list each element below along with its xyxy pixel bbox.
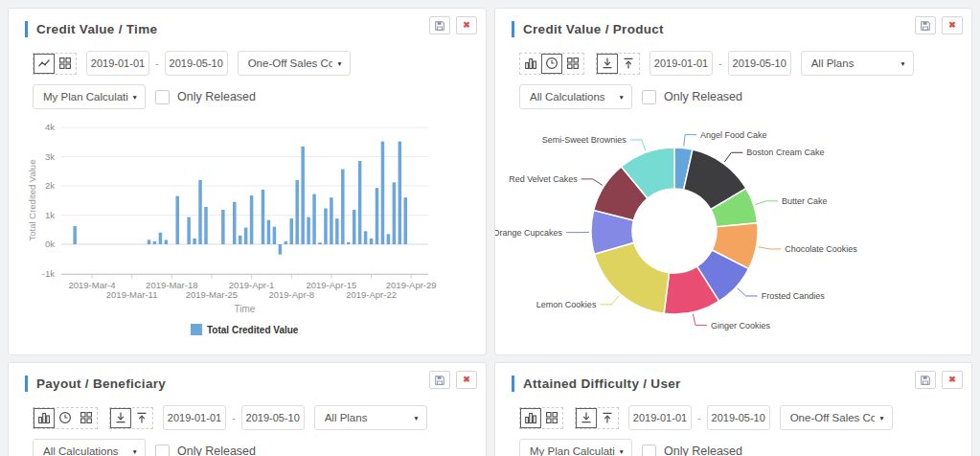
- close-button[interactable]: ✖: [456, 16, 477, 34]
- download-icon[interactable]: [597, 54, 618, 74]
- chart-type-toggle-group: [519, 53, 640, 75]
- svg-text:Time: Time: [235, 304, 256, 314]
- toolbar-row-1: - One-Off Sales Cont▼: [495, 396, 971, 430]
- close-icon: ✖: [948, 376, 956, 384]
- svg-text:2k: 2k: [45, 180, 55, 191]
- svg-text:Red Velvet Cakes: Red Velvet Cakes: [509, 174, 578, 184]
- checkbox-box[interactable]: [155, 445, 170, 456]
- chevron-down-icon: ▼: [900, 60, 905, 67]
- svg-text:Total Credited Value: Total Credited Value: [27, 160, 37, 241]
- toggle-group: [596, 53, 640, 75]
- accent-bar: [25, 21, 28, 37]
- grid-icon[interactable]: [55, 54, 76, 74]
- close-icon: ✖: [948, 21, 956, 30]
- toolbar-row-1: - All Plans▼: [9, 396, 486, 430]
- date-from-input[interactable]: [650, 51, 713, 76]
- plan-select[interactable]: All Plans▼: [314, 405, 427, 430]
- toggle-group: [33, 53, 77, 75]
- panel-header: Credit Value / Time: [9, 9, 486, 41]
- checkbox-box[interactable]: [642, 445, 656, 456]
- checkbox-label: Only Released: [177, 90, 256, 103]
- grid-icon[interactable]: [76, 408, 97, 428]
- svg-text:Total Credited Value: Total Credited Value: [207, 325, 299, 335]
- panel-title: Credit Value / Product: [523, 22, 664, 36]
- only-released-checkbox[interactable]: Only Released: [155, 90, 256, 104]
- save-button[interactable]: [915, 16, 936, 34]
- grid-icon[interactable]: [541, 408, 562, 428]
- save-button[interactable]: [915, 371, 936, 389]
- panel-title: Credit Value / Time: [36, 22, 157, 36]
- bar-chart[interactable]: -1k0k1k2k3k4kTotal Credited Value2019-Ma…: [9, 109, 486, 355]
- svg-text:-1k: -1k: [42, 268, 55, 279]
- chevron-down-icon: ▼: [619, 94, 625, 101]
- date-separator: -: [155, 57, 159, 69]
- accent-bar: [25, 376, 28, 392]
- checkbox-label: Only Released: [177, 445, 256, 456]
- svg-text:3k: 3k: [45, 151, 55, 162]
- only-released-checkbox[interactable]: Only Released: [642, 90, 742, 104]
- plan-select[interactable]: One-Off Sales Cont▼: [780, 405, 893, 430]
- svg-text:4k: 4k: [45, 122, 55, 132]
- download-icon[interactable]: [110, 408, 131, 428]
- date-to-input[interactable]: [707, 405, 770, 430]
- date-to-input[interactable]: [728, 51, 791, 76]
- floppy-icon: [434, 20, 445, 32]
- donut-chart[interactable]: Angel Food CakeBoston Cream CakeButter C…: [495, 109, 971, 355]
- upload-icon[interactable]: [131, 408, 152, 428]
- toggle-group: [519, 407, 563, 429]
- toolbar-row-2: All Calculations▼ Only Released: [9, 430, 486, 456]
- chart-type-toggle-group: [33, 53, 77, 75]
- toggle-group: [33, 407, 98, 429]
- date-to-input[interactable]: [241, 405, 305, 430]
- close-button[interactable]: ✖: [456, 371, 477, 389]
- bar-chart-icon[interactable]: [520, 54, 541, 74]
- toggle-group: [519, 53, 584, 75]
- grid-icon[interactable]: [562, 54, 583, 74]
- toggle-group: [575, 407, 619, 429]
- panel-title: Attained Difficulty / User: [523, 376, 681, 391]
- panel-credit-value-time: Credit Value / Time ✖ - One-Off Sales Co…: [8, 8, 487, 355]
- calculation-select[interactable]: My Plan Calculatior▼: [519, 439, 632, 456]
- calculation-select[interactable]: All Calculations▼: [519, 84, 632, 109]
- svg-text:Frosted Candies: Frosted Candies: [762, 291, 826, 301]
- checkbox-box[interactable]: [642, 90, 656, 104]
- date-to-input[interactable]: [165, 51, 228, 76]
- upload-icon[interactable]: [618, 54, 639, 74]
- calculation-select[interactable]: All Calculations▼: [33, 439, 146, 456]
- upload-icon[interactable]: [597, 408, 618, 428]
- accent-bar: [512, 21, 514, 37]
- chevron-down-icon: ▼: [132, 448, 138, 455]
- checkbox-label: Only Released: [664, 90, 742, 103]
- toolbar-row-1: - One-Off Sales Cont▼: [9, 41, 486, 76]
- plan-select[interactable]: One-Off Sales Cont▼: [238, 51, 351, 76]
- clock-icon[interactable]: [55, 408, 76, 428]
- date-from-input[interactable]: [628, 405, 692, 430]
- close-button[interactable]: ✖: [942, 16, 963, 34]
- chevron-down-icon: ▼: [336, 60, 342, 67]
- chevron-down-icon: ▼: [413, 415, 419, 422]
- download-icon[interactable]: [576, 408, 597, 428]
- chart-type-toggle-group: [33, 407, 153, 429]
- only-released-checkbox[interactable]: Only Released: [155, 445, 256, 456]
- svg-text:Butter Cake: Butter Cake: [782, 196, 828, 206]
- calculation-select[interactable]: My Plan Calculatior▼: [33, 84, 146, 109]
- bar-chart-icon[interactable]: [34, 408, 55, 428]
- save-button[interactable]: [429, 16, 450, 34]
- line-chart-icon[interactable]: [34, 54, 55, 74]
- save-button[interactable]: [429, 371, 450, 389]
- floppy-icon: [920, 375, 931, 386]
- svg-text:1k: 1k: [45, 210, 55, 220]
- plan-select[interactable]: All Plans▼: [801, 51, 914, 76]
- svg-text:2019-Apr-22: 2019-Apr-22: [346, 289, 397, 300]
- floppy-icon: [920, 20, 931, 32]
- close-button[interactable]: ✖: [942, 371, 963, 389]
- close-icon: ✖: [463, 376, 470, 384]
- bar-chart-icon[interactable]: [520, 408, 541, 428]
- date-from-input[interactable]: [163, 405, 226, 430]
- only-released-checkbox[interactable]: Only Released: [642, 445, 742, 456]
- chevron-down-icon: ▼: [619, 448, 625, 455]
- date-from-input[interactable]: [86, 51, 149, 76]
- svg-text:2019-Mar-25: 2019-Mar-25: [186, 289, 238, 300]
- checkbox-box[interactable]: [155, 90, 170, 104]
- clock-icon[interactable]: [541, 54, 562, 74]
